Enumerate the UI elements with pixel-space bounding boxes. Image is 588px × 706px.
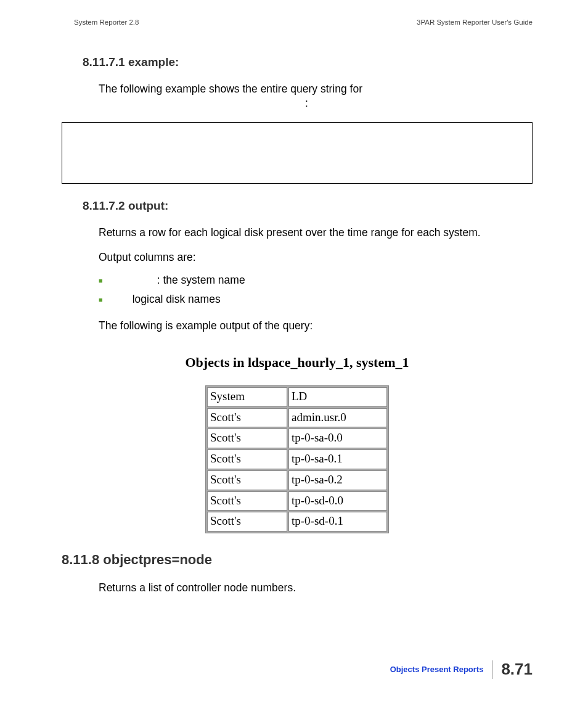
table-cell: tp-0-sa-0.0 <box>288 429 387 448</box>
table-cell: Scott's <box>207 408 287 428</box>
example-table: SystemLD Scott'sadmin.usr.0 Scott'stp-0-… <box>205 385 389 533</box>
table-row: Scott'stp-0-sa-0.2 <box>207 470 387 490</box>
table-cell: Scott's <box>207 470 287 490</box>
heading-example: 8.11.7.1 example: <box>83 55 533 69</box>
output-example-lead: The following is example output of the q… <box>99 318 533 334</box>
table-cell: System <box>207 387 287 407</box>
square-bullet-icon: ■ <box>99 296 103 303</box>
output-intro-text: Returns a row for each logical disk pres… <box>99 225 533 240</box>
figure-caption: Objects in ldspace_hourly_1, system_1 <box>62 355 533 371</box>
table-cell: tp-0-sd-0.0 <box>288 491 387 511</box>
example-table-container: SystemLD Scott'sadmin.usr.0 Scott'stp-0-… <box>62 385 533 533</box>
footer-divider <box>492 660 492 679</box>
page-header: System Reporter 2.8 3PAR System Reporter… <box>74 18 533 26</box>
example-colon: : <box>305 97 533 110</box>
table-cell: Scott's <box>207 449 287 469</box>
objectpres-node-body: Returns a list of controller node number… <box>99 580 533 596</box>
table-row: Scott'stp-0-sa-0.1 <box>207 449 387 469</box>
square-bullet-icon: ■ <box>99 277 103 284</box>
heading-output: 8.11.7.2 output: <box>83 199 533 213</box>
header-right: 3PAR System Reporter User's Guide <box>417 18 533 26</box>
table-row: Scott'stp-0-sd-0.1 <box>207 512 387 532</box>
example-intro-text: The following example shows the entire q… <box>99 81 508 97</box>
table-cell: Scott's <box>207 429 287 448</box>
table-cell: Scott's <box>207 512 287 532</box>
footer-section-link[interactable]: Objects Present Reports <box>390 665 484 674</box>
table-cell: Scott's <box>207 491 287 511</box>
table-row: Scott'stp-0-sd-0.0 <box>207 491 387 511</box>
header-left: System Reporter 2.8 <box>74 18 139 26</box>
bullet-text: : the system name <box>157 274 245 287</box>
page-content: 8.11.7.1 example: The following example … <box>62 55 533 605</box>
page-footer: Objects Present Reports 8.71 <box>390 660 533 679</box>
page-number: 8.71 <box>501 660 533 679</box>
table-cell: admin.usr.0 <box>288 408 387 428</box>
code-block-placeholder <box>62 122 533 184</box>
heading-objectpres-node: 8.11.8 objectpres=node <box>62 552 533 568</box>
output-columns-label: Output columns are: <box>99 250 533 265</box>
table-row: SystemLD <box>207 387 387 407</box>
list-item: ■ : the system name <box>99 274 533 287</box>
table-cell: tp-0-sd-0.1 <box>288 512 387 532</box>
bullet-list: ■ : the system name ■ logical disk names <box>99 274 533 306</box>
table-cell: tp-0-sa-0.2 <box>288 470 387 490</box>
table-row: Scott'stp-0-sa-0.0 <box>207 429 387 448</box>
table-cell: LD <box>288 387 387 407</box>
list-item: ■ logical disk names <box>99 293 533 306</box>
table-row: Scott'sadmin.usr.0 <box>207 408 387 428</box>
table-cell: tp-0-sa-0.1 <box>288 449 387 469</box>
bullet-text: logical disk names <box>133 293 221 306</box>
